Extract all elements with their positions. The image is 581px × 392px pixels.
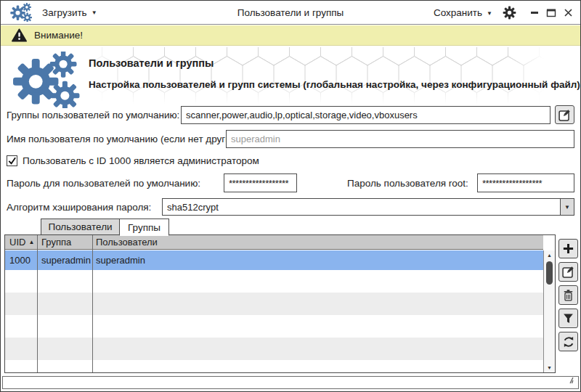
root-password-label: Пароль пользователя root: xyxy=(347,178,468,189)
table-row-selected[interactable]: 1000 superadmin superadmin xyxy=(5,250,543,270)
page-title: Пользователи и группы xyxy=(89,57,214,69)
empty-rows-area xyxy=(5,270,543,372)
checkmark-icon xyxy=(7,156,17,166)
minimize-icon xyxy=(531,12,538,14)
tab-groups-label: Группы xyxy=(128,222,161,233)
app-window: Загрузить ▼ Пользователи и группы Сохран… xyxy=(0,0,581,392)
refresh-icon xyxy=(562,335,575,348)
hexagon-pattern-decoration xyxy=(86,47,544,104)
load-menu-button[interactable]: Загрузить ▼ xyxy=(42,7,97,18)
minimize-button[interactable] xyxy=(529,8,540,18)
cell-group: superadmin xyxy=(37,255,92,266)
chevron-down-icon: ▼ xyxy=(487,9,492,17)
column-header-group[interactable]: Группа xyxy=(37,235,92,249)
column-header-users[interactable]: Пользователи xyxy=(92,235,543,249)
filter-button[interactable] xyxy=(558,309,578,328)
settings-gear-icon[interactable] xyxy=(503,6,516,20)
app-gears-icon xyxy=(10,3,32,22)
scrollbar-thumb[interactable] xyxy=(546,261,553,285)
edit-button[interactable] xyxy=(558,262,578,282)
refresh-button[interactable] xyxy=(558,332,578,351)
page-subtitle: Настройка пользователей и групп системы … xyxy=(89,79,580,90)
hash-algorithm-label: Алгоритм хэширования пароля: xyxy=(7,202,151,213)
hash-algorithm-value: sha512crypt xyxy=(163,202,560,213)
column-divider xyxy=(92,235,93,372)
groups-table-panel: UID ▲ Группа Пользователи 1000 superadmi… xyxy=(4,234,556,373)
sort-ascending-icon: ▲ xyxy=(28,239,34,245)
add-button[interactable] xyxy=(558,239,578,258)
dropdown-arrow-button[interactable]: ▼ xyxy=(560,199,574,215)
table-header-row: UID ▲ Группа Пользователи xyxy=(5,235,543,250)
load-menu-label: Загрузить xyxy=(42,7,87,18)
chevron-down-icon: ▼ xyxy=(92,9,97,16)
default-groups-label: Группы пользователей по умолчанию: xyxy=(7,110,179,121)
scroll-down-icon: ▼ xyxy=(547,365,552,370)
plus-icon xyxy=(562,242,574,255)
default-password-label: Пароль для пользователей по умолчанию: xyxy=(7,178,200,189)
page-gears-icon xyxy=(12,52,80,108)
column-header-uid[interactable]: UID ▲ xyxy=(5,235,37,249)
edit-groups-button[interactable] xyxy=(555,105,574,124)
status-bar xyxy=(2,376,579,389)
scroll-up-button[interactable]: ▲ xyxy=(544,250,555,260)
maximize-icon xyxy=(546,8,556,17)
funnel-icon xyxy=(562,312,574,324)
close-icon xyxy=(564,8,573,17)
chevron-down-icon: ▼ xyxy=(564,204,570,211)
save-menu-label: Сохранить xyxy=(434,7,482,18)
root-password-input[interactable] xyxy=(477,173,574,192)
tab-groups[interactable]: Группы xyxy=(119,219,169,236)
save-menu-button[interactable]: Сохранить ▼ xyxy=(434,7,492,18)
admin-checkbox-label: Пользователь с ID 1000 является админист… xyxy=(23,155,259,166)
default-groups-input[interactable] xyxy=(181,106,550,124)
tab-users-label: Пользователи xyxy=(48,221,112,232)
admin-checkbox[interactable] xyxy=(7,155,17,166)
warning-banner[interactable]: Внимание! xyxy=(1,25,580,46)
default-password-input[interactable] xyxy=(224,173,297,192)
close-button[interactable] xyxy=(563,8,573,18)
cell-users: superadmin xyxy=(92,255,543,266)
default-username-input[interactable] xyxy=(226,130,574,148)
vertical-scrollbar[interactable]: ▲ ▼ xyxy=(543,250,555,372)
warning-text: Внимание! xyxy=(34,30,83,41)
cell-uid: 1000 xyxy=(5,255,37,266)
default-username-label: Имя пользователя по умолчанию (если нет … xyxy=(7,134,242,144)
trash-icon xyxy=(562,289,574,302)
maximize-button[interactable] xyxy=(546,8,556,18)
warning-triangle-icon xyxy=(11,28,28,43)
scroll-up-icon: ▲ xyxy=(547,253,552,258)
hash-algorithm-select[interactable]: sha512crypt ▼ xyxy=(162,198,574,216)
scroll-down-button[interactable]: ▼ xyxy=(544,363,555,372)
delete-button[interactable] xyxy=(558,285,578,305)
resize-grip-icon[interactable] xyxy=(565,375,574,384)
title-bar: Загрузить ▼ Пользователи и группы Сохран… xyxy=(1,1,580,25)
tab-users[interactable]: Пользователи xyxy=(41,219,120,235)
edit-pencil-icon xyxy=(561,265,575,279)
column-divider xyxy=(37,235,38,372)
edit-pencil-icon xyxy=(558,108,572,122)
